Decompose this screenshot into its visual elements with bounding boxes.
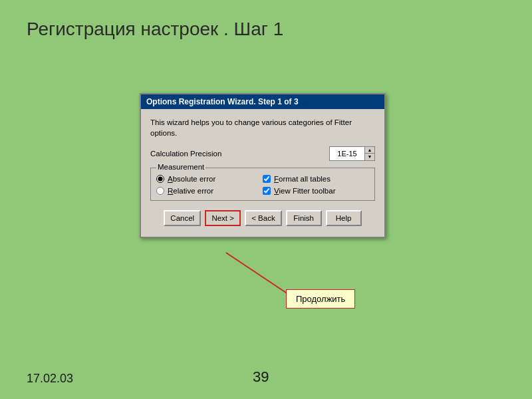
radio-absolute-input[interactable] — [156, 175, 164, 183]
radio-relative[interactable]: Relative error — [156, 187, 263, 195]
spinbox-up[interactable]: ▲ — [365, 147, 374, 154]
group-legend: Measurement — [156, 163, 205, 171]
radio-column: AAbsolute errorbsolute error Relative er… — [156, 175, 263, 195]
cancel-button[interactable]: Cancel — [164, 210, 201, 226]
spinbox[interactable]: ▲ ▼ — [329, 146, 375, 161]
radio-absolute-label: AAbsolute errorbsolute error — [168, 175, 215, 183]
dialog-buttons: Cancel Next > < Back Finish Help — [150, 207, 375, 230]
spinbox-down[interactable]: ▼ — [365, 154, 374, 160]
calc-precision-row: Calculation Precision ▲ ▼ — [150, 146, 375, 161]
checkbox-column: Format all tables View Fitter toolbar — [263, 175, 369, 195]
measurement-group: Measurement AAbsolute errorbsolute error… — [150, 168, 375, 201]
finish-button[interactable]: Finish — [286, 210, 322, 226]
checkbox-format-input[interactable] — [263, 175, 271, 183]
radio-absolute[interactable]: AAbsolute errorbsolute error — [156, 175, 263, 183]
spinbox-buttons: ▲ ▼ — [364, 147, 374, 160]
calc-precision-label: Calculation Precision — [150, 150, 329, 158]
wizard-dialog: Options Registration Wizard. Step 1 of 3… — [140, 93, 386, 238]
back-button[interactable]: < Back — [245, 210, 281, 226]
checkbox-view-label: View Fitter toolbar — [274, 187, 335, 195]
checkbox-view[interactable]: View Fitter toolbar — [263, 187, 369, 195]
spinbox-input[interactable] — [330, 147, 364, 160]
dialog-titlebar: Options Registration Wizard. Step 1 of 3 — [141, 94, 384, 109]
group-content: AAbsolute errorbsolute error Relative er… — [156, 175, 369, 195]
footer-page: 39 — [253, 368, 269, 386]
next-button[interactable]: Next > — [205, 210, 241, 226]
continue-button[interactable]: Продолжить — [286, 289, 355, 309]
dialog-description: This wizard helps you to change various … — [150, 117, 375, 138]
help-button[interactable]: Help — [326, 210, 362, 226]
page-title: Регистрация настроек . Шаг 1 — [27, 19, 283, 40]
checkbox-format[interactable]: Format all tables — [263, 175, 369, 183]
footer-date: 17.02.03 — [27, 372, 73, 386]
radio-relative-input[interactable] — [156, 187, 164, 195]
dialog-body: This wizard helps you to change various … — [141, 109, 384, 237]
checkbox-format-label: Format all tables — [274, 175, 331, 183]
radio-relative-label: Relative error — [168, 187, 213, 195]
checkbox-view-input[interactable] — [263, 187, 271, 195]
